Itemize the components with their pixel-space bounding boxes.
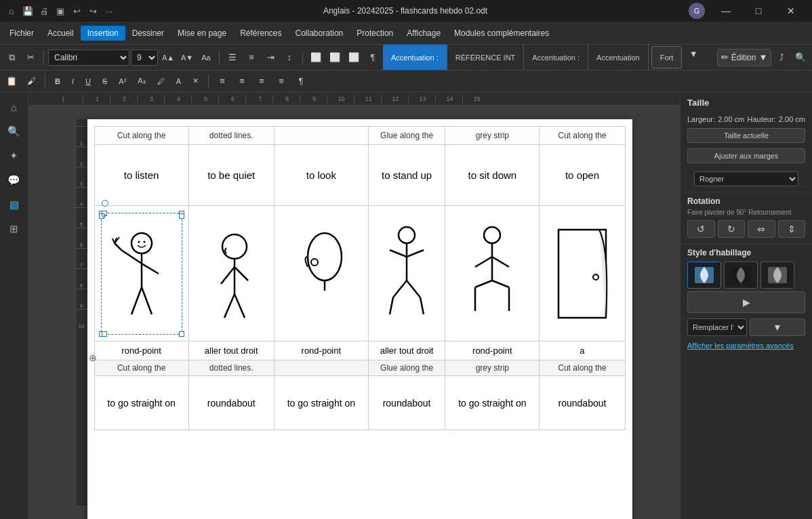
- format-paint-icon[interactable]: 🖌: [22, 72, 40, 90]
- comments-icon[interactable]: 💬: [3, 169, 25, 191]
- tab-fort[interactable]: Fort: [651, 46, 683, 68]
- replace-dropdown-icon[interactable]: ▼: [750, 318, 805, 336]
- style-options: ▶: [681, 259, 812, 316]
- clipboard-icon[interactable]: ⧉: [3, 49, 20, 66]
- close-button[interactable]: ✕: [775, 0, 807, 22]
- font-size-select[interactable]: 9: [131, 49, 158, 66]
- navigator-icon[interactable]: ⊞: [3, 218, 25, 240]
- img-cell-3: [274, 206, 368, 341]
- document-page: ⊕ Cut along the dotted lines. Glue along…: [87, 119, 632, 519]
- minimize-button[interactable]: —: [710, 0, 742, 22]
- menu-fichier[interactable]: Fichier: [3, 26, 41, 41]
- menu-accueil[interactable]: Accueil: [41, 26, 81, 41]
- undo-icon[interactable]: ↩: [70, 5, 83, 17]
- redo-icon[interactable]: ↪: [87, 5, 99, 17]
- style-more-icon[interactable]: ▶: [687, 291, 805, 313]
- header-row-1: Cut along the dotted lines. Glue along t…: [94, 127, 625, 145]
- menu-dessiner[interactable]: Dessiner: [125, 26, 171, 41]
- advanced-params-link[interactable]: Afficher les paramètres avancés: [681, 339, 812, 352]
- tab-accentuation2[interactable]: Accentuation :: [524, 45, 588, 70]
- list-icon[interactable]: ☰: [224, 49, 241, 66]
- clear-format-button[interactable]: ✕: [188, 75, 203, 87]
- rotate-right-icon[interactable]: ↻: [718, 220, 746, 238]
- increase-font-icon[interactable]: A▲: [159, 49, 177, 66]
- menu-mise-en-page[interactable]: Mise en page: [171, 26, 233, 41]
- svg-point-12: [222, 234, 247, 259]
- tab-reference[interactable]: RÉFÉRENCE INT: [447, 45, 525, 70]
- align-center-icon[interactable]: ⬜: [326, 49, 344, 66]
- document-scroll[interactable]: 1 2 3 4 5 6 7 8 9 10 ⊕: [28, 106, 680, 519]
- rotate-left-icon[interactable]: ↺: [687, 220, 715, 238]
- move-handle[interactable]: ⊕: [89, 352, 97, 363]
- height-label: Hauteur:: [747, 115, 775, 123]
- highlight-button[interactable]: 🖊: [153, 75, 169, 87]
- case-icon[interactable]: Aa: [197, 49, 215, 66]
- flip-horizontal-icon[interactable]: ⇔: [748, 220, 775, 238]
- cut-icon[interactable]: ✂: [22, 49, 39, 66]
- svg-line-14: [221, 267, 235, 284]
- font-color-button[interactable]: A: [171, 75, 186, 87]
- align-right2-icon[interactable]: ≡: [253, 72, 270, 90]
- menu-references[interactable]: Références: [233, 26, 288, 41]
- style-option-3[interactable]: [760, 262, 794, 289]
- flip-vertical-icon[interactable]: ⇕: [778, 220, 806, 238]
- nav-icon[interactable]: ⌂: [3, 96, 25, 118]
- share-icon[interactable]: ⤴: [773, 49, 790, 66]
- menu-collaboration[interactable]: Collaboration: [289, 26, 350, 41]
- strikethrough-button[interactable]: S: [98, 75, 112, 87]
- spacing-icon[interactable]: ↕: [281, 49, 298, 66]
- replace-image-select[interactable]: Remplacer l'image: [687, 318, 747, 336]
- align-center2-icon[interactable]: ≡: [233, 72, 251, 90]
- print-preview-icon[interactable]: ▣: [54, 5, 66, 17]
- styles-icon[interactable]: ✦: [3, 145, 25, 167]
- print-icon[interactable]: 🖨: [38, 5, 50, 17]
- menu-protection[interactable]: Protection: [350, 26, 400, 41]
- home-icon[interactable]: ⌂: [5, 5, 18, 17]
- align-left-icon[interactable]: ⬜: [307, 49, 325, 66]
- underline-button[interactable]: U: [81, 75, 96, 87]
- chevron-down-icon[interactable]: ▼: [685, 45, 702, 62]
- svg-line-3: [115, 243, 121, 250]
- img-cell-2: [188, 206, 274, 341]
- edition-btn[interactable]: ✏ Édition ▼: [717, 49, 771, 66]
- italic-button[interactable]: I: [67, 75, 79, 87]
- paragraph-icon[interactable]: ¶: [364, 49, 382, 66]
- menu-affichage[interactable]: Affichage: [400, 26, 447, 41]
- fit-margins-button[interactable]: Ajuster aux marges: [687, 148, 805, 163]
- bold-button[interactable]: B: [50, 75, 65, 87]
- tab-accentuation3[interactable]: Accentuation: [588, 45, 649, 70]
- list2-icon[interactable]: ≡: [243, 49, 260, 66]
- style-option-2[interactable]: [724, 262, 758, 289]
- toolbar-row1: ⧉ ✂ Calibri 9 A▲ A▼ Aa ☰ ≡ ⇥ ↕ ⬜ ⬜ ⬜ ¶ A…: [0, 45, 812, 70]
- image-row: [94, 206, 625, 341]
- superscript-button[interactable]: A²: [114, 75, 131, 87]
- justify-icon[interactable]: ≡: [272, 72, 290, 90]
- french-4: aller tout droit: [368, 341, 445, 360]
- search-sidebar-icon[interactable]: 🔍: [3, 121, 25, 142]
- bottom-word-4: roundabout: [368, 376, 445, 430]
- maximize-button[interactable]: □: [743, 0, 774, 22]
- menu-insertion[interactable]: Insertion: [81, 26, 125, 41]
- crop-select[interactable]: Rogner: [694, 171, 798, 186]
- tab-accentuation1[interactable]: Accentuation :: [383, 45, 447, 70]
- paragraph2-icon[interactable]: ¶: [292, 72, 310, 90]
- align-right-icon[interactable]: ⬜: [345, 49, 363, 66]
- img-cell-1[interactable]: [94, 206, 188, 341]
- rotation-controls: ↺ ↻ ⇔ ⇕: [681, 217, 812, 241]
- more-icon[interactable]: ···: [103, 5, 115, 17]
- align-left2-icon[interactable]: ≡: [214, 72, 231, 90]
- style-option-1[interactable]: [687, 262, 721, 289]
- svg-line-17: [235, 294, 245, 318]
- subscript-button[interactable]: A₂: [133, 75, 150, 87]
- font-select[interactable]: Calibri: [48, 49, 129, 66]
- search-icon[interactable]: 🔍: [792, 49, 809, 66]
- save-icon[interactable]: 💾: [22, 5, 34, 17]
- menu-modules[interactable]: Modules complémentaires: [447, 26, 556, 41]
- profile-avatar[interactable]: G: [689, 3, 705, 19]
- actual-size-button[interactable]: Taille actuelle: [687, 128, 805, 143]
- paste-icon[interactable]: 📋: [3, 72, 20, 90]
- decrease-font-icon[interactable]: A▼: [178, 49, 196, 66]
- sep5: [208, 75, 209, 88]
- indent-icon[interactable]: ⇥: [262, 49, 279, 66]
- properties-icon[interactable]: ▤: [3, 194, 25, 215]
